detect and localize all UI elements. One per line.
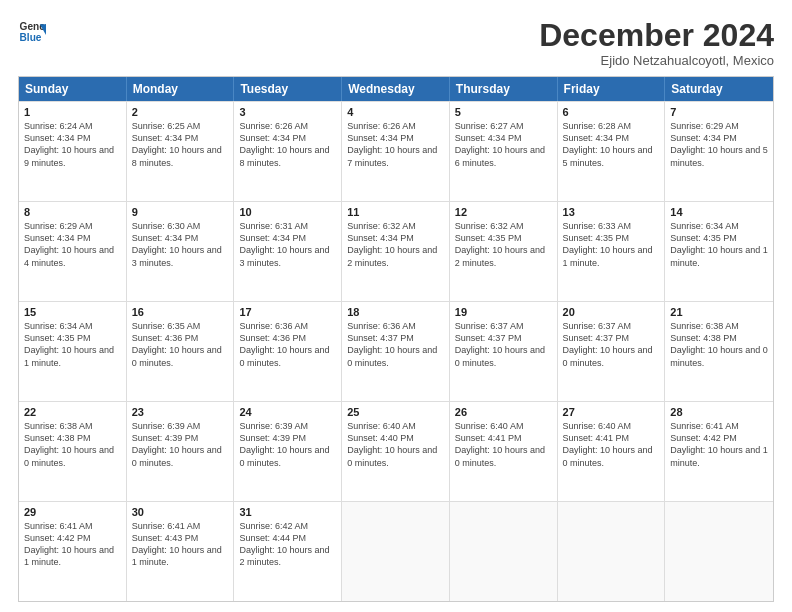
cal-cell: 19Sunrise: 6:37 AMSunset: 4:37 PMDayligh… [450,302,558,401]
cal-week: 1Sunrise: 6:24 AMSunset: 4:34 PMDaylight… [19,101,773,201]
day-number: 6 [563,106,660,118]
day-info: Sunrise: 6:41 AMSunset: 4:42 PMDaylight:… [24,520,121,569]
logo-icon: General Blue [18,18,46,46]
day-number: 22 [24,406,121,418]
day-number: 24 [239,406,336,418]
cal-cell: 24Sunrise: 6:39 AMSunset: 4:39 PMDayligh… [234,402,342,501]
day-info: Sunrise: 6:29 AMSunset: 4:34 PMDaylight:… [24,220,121,269]
day-number: 30 [132,506,229,518]
day-info: Sunrise: 6:39 AMSunset: 4:39 PMDaylight:… [132,420,229,469]
day-info: Sunrise: 6:31 AMSunset: 4:34 PMDaylight:… [239,220,336,269]
day-number: 23 [132,406,229,418]
cal-cell: 29Sunrise: 6:41 AMSunset: 4:42 PMDayligh… [19,502,127,601]
day-info: Sunrise: 6:33 AMSunset: 4:35 PMDaylight:… [563,220,660,269]
day-info: Sunrise: 6:30 AMSunset: 4:34 PMDaylight:… [132,220,229,269]
cal-cell: 20Sunrise: 6:37 AMSunset: 4:37 PMDayligh… [558,302,666,401]
day-header-monday: Monday [127,77,235,101]
day-info: Sunrise: 6:40 AMSunset: 4:40 PMDaylight:… [347,420,444,469]
day-info: Sunrise: 6:28 AMSunset: 4:34 PMDaylight:… [563,120,660,169]
day-number: 31 [239,506,336,518]
cal-cell: 8Sunrise: 6:29 AMSunset: 4:34 PMDaylight… [19,202,127,301]
cal-cell: 6Sunrise: 6:28 AMSunset: 4:34 PMDaylight… [558,102,666,201]
month-title: December 2024 [539,18,774,53]
day-info: Sunrise: 6:29 AMSunset: 4:34 PMDaylight:… [670,120,768,169]
cal-week: 8Sunrise: 6:29 AMSunset: 4:34 PMDaylight… [19,201,773,301]
day-number: 4 [347,106,444,118]
day-info: Sunrise: 6:24 AMSunset: 4:34 PMDaylight:… [24,120,121,169]
day-number: 13 [563,206,660,218]
day-info: Sunrise: 6:27 AMSunset: 4:34 PMDaylight:… [455,120,552,169]
day-number: 11 [347,206,444,218]
day-info: Sunrise: 6:37 AMSunset: 4:37 PMDaylight:… [455,320,552,369]
day-info: Sunrise: 6:26 AMSunset: 4:34 PMDaylight:… [239,120,336,169]
page: General Blue December 2024 Ejido Netzahu… [0,0,792,612]
cal-cell: 15Sunrise: 6:34 AMSunset: 4:35 PMDayligh… [19,302,127,401]
cal-cell: 18Sunrise: 6:36 AMSunset: 4:37 PMDayligh… [342,302,450,401]
day-number: 18 [347,306,444,318]
day-number: 8 [24,206,121,218]
cal-cell: 9Sunrise: 6:30 AMSunset: 4:34 PMDaylight… [127,202,235,301]
cal-week: 22Sunrise: 6:38 AMSunset: 4:38 PMDayligh… [19,401,773,501]
day-number: 5 [455,106,552,118]
day-number: 29 [24,506,121,518]
cal-cell: 2Sunrise: 6:25 AMSunset: 4:34 PMDaylight… [127,102,235,201]
day-number: 19 [455,306,552,318]
day-header-sunday: Sunday [19,77,127,101]
day-number: 17 [239,306,336,318]
day-number: 26 [455,406,552,418]
cal-week: 15Sunrise: 6:34 AMSunset: 4:35 PMDayligh… [19,301,773,401]
day-header-friday: Friday [558,77,666,101]
day-info: Sunrise: 6:34 AMSunset: 4:35 PMDaylight:… [24,320,121,369]
cal-cell: 13Sunrise: 6:33 AMSunset: 4:35 PMDayligh… [558,202,666,301]
day-info: Sunrise: 6:25 AMSunset: 4:34 PMDaylight:… [132,120,229,169]
day-header-thursday: Thursday [450,77,558,101]
cal-cell: 22Sunrise: 6:38 AMSunset: 4:38 PMDayligh… [19,402,127,501]
day-number: 3 [239,106,336,118]
day-info: Sunrise: 6:41 AMSunset: 4:43 PMDaylight:… [132,520,229,569]
cal-cell: 14Sunrise: 6:34 AMSunset: 4:35 PMDayligh… [665,202,773,301]
day-header-tuesday: Tuesday [234,77,342,101]
cal-cell: 12Sunrise: 6:32 AMSunset: 4:35 PMDayligh… [450,202,558,301]
day-number: 9 [132,206,229,218]
cal-cell: 11Sunrise: 6:32 AMSunset: 4:34 PMDayligh… [342,202,450,301]
cal-cell: 4Sunrise: 6:26 AMSunset: 4:34 PMDaylight… [342,102,450,201]
cal-cell: 31Sunrise: 6:42 AMSunset: 4:44 PMDayligh… [234,502,342,601]
day-number: 21 [670,306,768,318]
day-info: Sunrise: 6:32 AMSunset: 4:35 PMDaylight:… [455,220,552,269]
cal-cell: 28Sunrise: 6:41 AMSunset: 4:42 PMDayligh… [665,402,773,501]
day-info: Sunrise: 6:38 AMSunset: 4:38 PMDaylight:… [24,420,121,469]
day-number: 2 [132,106,229,118]
calendar: SundayMondayTuesdayWednesdayThursdayFrid… [18,76,774,602]
day-number: 1 [24,106,121,118]
day-number: 12 [455,206,552,218]
day-number: 16 [132,306,229,318]
day-number: 10 [239,206,336,218]
day-info: Sunrise: 6:42 AMSunset: 4:44 PMDaylight:… [239,520,336,569]
day-info: Sunrise: 6:26 AMSunset: 4:34 PMDaylight:… [347,120,444,169]
day-number: 27 [563,406,660,418]
header: General Blue December 2024 Ejido Netzahu… [18,18,774,68]
day-info: Sunrise: 6:36 AMSunset: 4:37 PMDaylight:… [347,320,444,369]
day-info: Sunrise: 6:41 AMSunset: 4:42 PMDaylight:… [670,420,768,469]
cal-cell [665,502,773,601]
day-number: 14 [670,206,768,218]
day-info: Sunrise: 6:37 AMSunset: 4:37 PMDaylight:… [563,320,660,369]
cal-cell: 7Sunrise: 6:29 AMSunset: 4:34 PMDaylight… [665,102,773,201]
calendar-header: SundayMondayTuesdayWednesdayThursdayFrid… [19,77,773,101]
day-info: Sunrise: 6:38 AMSunset: 4:38 PMDaylight:… [670,320,768,369]
cal-cell: 25Sunrise: 6:40 AMSunset: 4:40 PMDayligh… [342,402,450,501]
cal-cell [342,502,450,601]
cal-cell [558,502,666,601]
cal-cell: 1Sunrise: 6:24 AMSunset: 4:34 PMDaylight… [19,102,127,201]
day-number: 28 [670,406,768,418]
calendar-body: 1Sunrise: 6:24 AMSunset: 4:34 PMDaylight… [19,101,773,601]
logo: General Blue [18,18,46,46]
cal-cell: 5Sunrise: 6:27 AMSunset: 4:34 PMDaylight… [450,102,558,201]
cal-cell: 30Sunrise: 6:41 AMSunset: 4:43 PMDayligh… [127,502,235,601]
cal-cell: 17Sunrise: 6:36 AMSunset: 4:36 PMDayligh… [234,302,342,401]
cal-cell: 16Sunrise: 6:35 AMSunset: 4:36 PMDayligh… [127,302,235,401]
title-block: December 2024 Ejido Netzahualcoyotl, Mex… [539,18,774,68]
day-number: 20 [563,306,660,318]
cal-cell: 3Sunrise: 6:26 AMSunset: 4:34 PMDaylight… [234,102,342,201]
day-info: Sunrise: 6:36 AMSunset: 4:36 PMDaylight:… [239,320,336,369]
